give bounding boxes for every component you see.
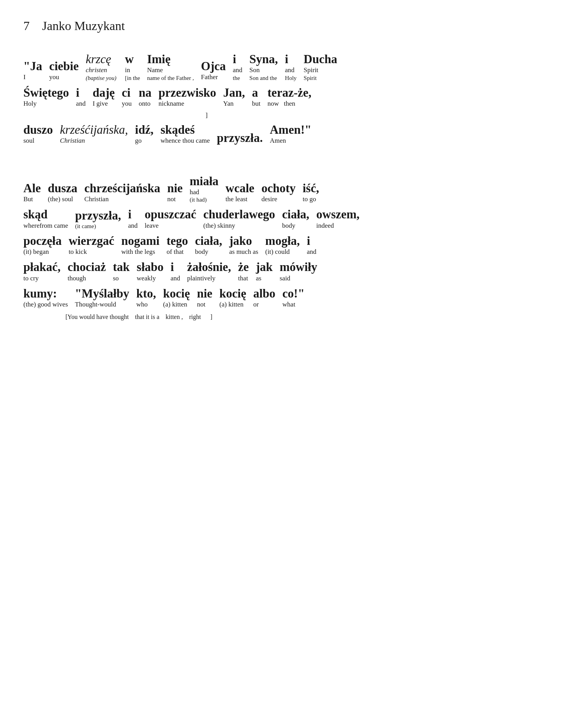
word-bot: had [190, 188, 199, 196]
stanza-1: "Ja I ciebie you krzcę christen (baptise… [23, 52, 540, 148]
word-bot: as much as [229, 248, 258, 256]
word-bot: go [135, 137, 142, 145]
word-bot: and [233, 66, 243, 74]
word-group: a but [252, 85, 261, 108]
word-bot: (the) skinny [203, 222, 235, 230]
word-sub: the [233, 74, 240, 81]
word-top: Amen!" [270, 122, 311, 137]
word-group: chrześcijańska Christian [85, 181, 161, 204]
word-group: chuderlawego (the) skinny [203, 207, 275, 230]
word-top: ciebie [49, 59, 79, 73]
word-top: żałośnie, [187, 260, 231, 274]
word-bot: (a) kitten [219, 301, 244, 308]
word-top: i [285, 52, 288, 66]
word-group: krzcę christen (baptise you) [86, 52, 116, 81]
word-top: nogami [121, 234, 159, 248]
word-bot: and [285, 66, 295, 74]
word-top: kocię [219, 286, 246, 301]
word-bot: Christian [85, 195, 109, 203]
word-top: skądeś [161, 122, 195, 137]
word-top: co!" [282, 286, 305, 301]
word-group: i and the [233, 52, 243, 81]
word-top: Ale [23, 181, 41, 195]
word-bot: in [125, 66, 130, 74]
word-top: ochoty [261, 181, 296, 195]
word-bot: Amen [270, 137, 286, 145]
word-group: skądeś whence thou came [161, 122, 210, 145]
word-top: chociaż [68, 260, 106, 274]
page-header: 7 Janko Muzykant [23, 19, 540, 33]
word-sub: name of the Father , [147, 74, 194, 81]
word-top: "Ja [23, 59, 42, 73]
word-bot: leave [145, 222, 159, 230]
word-top: przezwisko [159, 85, 216, 100]
word-top: i [128, 207, 132, 221]
word-group: skąd wherefrom came [23, 207, 68, 230]
word-bot: soul [23, 137, 34, 145]
word-bot: you [49, 73, 59, 81]
word-top: poczęła [23, 234, 62, 248]
word-bot: the least [226, 195, 247, 203]
word-bot: Father [201, 73, 218, 81]
page-number: 7 [23, 19, 30, 33]
word-top: ciała, [282, 207, 309, 221]
word-bot: to kick [69, 248, 87, 256]
word-group: kocię (a) kitten [219, 286, 246, 309]
word-group: w in [in the [125, 52, 140, 81]
word-group: wcale the least [226, 181, 254, 204]
line-2-main: Świętego Holy i and daję I give ci you n… [23, 85, 540, 111]
word-group: nie not [167, 181, 183, 204]
word-group: i and [307, 234, 317, 256]
word-group: Jan, Yan [223, 85, 245, 108]
word-bot: Spirit [304, 66, 318, 74]
word-group: "Ja I [23, 59, 42, 81]
word-sub: (it had) [190, 196, 207, 203]
word-group: ciała, body [282, 207, 309, 230]
word-sub: (baptise you) [86, 74, 116, 81]
word-bot: (the) good wives [23, 301, 68, 308]
word-sub: [in the [125, 74, 140, 81]
word-bot: onto [139, 100, 150, 108]
word-group: ci you [122, 85, 132, 108]
word-bot: I [23, 73, 26, 81]
word-bot: to go [303, 195, 316, 203]
bracket-note-1: ] [25, 112, 540, 119]
word-bot: as [256, 275, 261, 282]
word-bot: that [238, 275, 248, 282]
word-bot: to cry [23, 275, 39, 282]
word-sub: (it came) [75, 223, 96, 230]
word-group: Świętego Holy [23, 85, 69, 108]
word-sub: Son and the [249, 74, 277, 81]
word-group: daję I give [93, 85, 115, 108]
word-top: chuderlawego [203, 207, 275, 221]
word-group: Imię Name name of the Father , [147, 52, 194, 81]
word-top: mówiły [280, 260, 317, 274]
word-top: kocię [163, 286, 190, 301]
word-group: idź, go [135, 122, 154, 145]
word-bot: But [23, 195, 33, 203]
word-top: daję [93, 85, 115, 100]
word-top: nie [167, 181, 183, 195]
word-top: Ojca [201, 59, 226, 73]
word-group: poczęła (it) began [23, 234, 62, 256]
word-top: jak [256, 260, 273, 274]
word-group: ciała, body [195, 234, 222, 256]
word-bot: indeed [316, 222, 334, 230]
word-group: płakać, to cry [23, 260, 61, 282]
word-top: skąd [23, 207, 48, 221]
word-top: owszem, [316, 207, 360, 221]
word-bot: body [195, 248, 208, 256]
word-top: na [139, 85, 152, 100]
word-top: Syna, [249, 52, 278, 66]
line-6-main: poczęła (it) began wierzgać to kick noga… [23, 234, 540, 259]
word-bot: (a) kitten [163, 301, 187, 308]
word-bot: I give [93, 100, 108, 108]
word-group: ciebie you [49, 59, 79, 81]
word-top: a [252, 85, 258, 100]
word-group: i and [171, 260, 180, 282]
word-group: nogami with the legs [121, 234, 159, 256]
word-bot: or [253, 301, 259, 308]
word-bot: and [171, 275, 180, 282]
word-group: duszo soul [23, 122, 53, 145]
word-group: albo or [253, 286, 275, 309]
